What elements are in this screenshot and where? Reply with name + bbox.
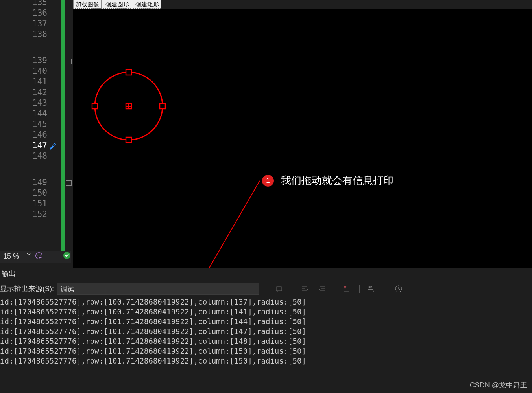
palette-icon[interactable] [35,252,43,262]
load-image-button[interactable]: 加载图像 [73,0,102,9]
line-number: 148 [0,151,47,162]
output-source-value: 调试 [61,285,74,294]
line-number [0,40,47,51]
app-toolbar: 加载图像 创建圆形 创建矩形 [73,0,161,9]
roi-circle[interactable] [92,70,165,143]
line-number: 150 [0,188,47,199]
line-number: 149 [0,178,47,188]
line-number: 151 [0,199,47,209]
clear-icon[interactable] [343,285,351,293]
divider [334,285,334,293]
word-wrap-icon[interactable]: ab [368,285,377,293]
divider [386,285,386,293]
output-source-select[interactable]: 调试 [57,283,259,295]
line-gutter: 1351361371381391401411421431441451461471… [0,0,71,251]
divider [292,285,292,293]
line-number: 146 [0,130,47,141]
output-panel: 输出 显示输出来源(S): 调试 ab id:[1704865527776],r… [0,268,532,378]
zoom-level[interactable]: 15 % [0,251,22,262]
line-number: 144 [0,109,47,119]
line-number: 142 [0,88,47,98]
output-log[interactable]: id:[1704865527776],row:[100.714286804199… [0,297,306,366]
roi-handle[interactable] [126,70,131,75]
indent-right-icon[interactable] [317,285,325,293]
divider [266,285,266,293]
chevron-down-icon [251,286,255,291]
output-source-label: 显示输出来源(S): [0,284,54,294]
roi-handle[interactable] [160,103,165,109]
indent-left-icon[interactable] [301,285,308,293]
fold-marker[interactable] [66,180,72,186]
svg-text:ab: ab [368,285,372,289]
create-rect-button[interactable]: 创建矩形 [133,0,161,9]
image-canvas[interactable]: 1 我们拖动就会有信息打印 [73,9,532,268]
annotation-text: 我们拖动就会有信息打印 [281,174,393,187]
line-number [0,162,47,173]
watermark: CSDN @龙中舞王 [470,380,527,390]
annotation-badge: 1 [262,175,274,187]
output-toolbar: 显示输出来源(S): 调试 ab [0,282,532,296]
annotation-callout: 1 我们拖动就会有信息打印 [262,174,393,187]
svg-point-0 [37,255,38,255]
svg-point-1 [39,253,39,254]
annotation-arrow [205,181,260,268]
svg-point-2 [40,255,41,255]
line-number: 143 [0,98,47,109]
change-strip [61,0,65,251]
line-number: 152 [0,209,47,220]
divider [359,285,360,293]
line-number: 141 [0,77,47,88]
line-number: 136 [0,8,47,19]
svg-rect-9 [276,287,282,291]
line-number: 137 [0,19,47,29]
roi-handle[interactable] [92,103,98,109]
screwdriver-icon[interactable] [48,141,57,150]
line-number: 138 [0,29,47,40]
line-number: 145 [0,119,47,130]
svg-line-7 [208,181,260,268]
dropdown-icon[interactable] [26,252,31,259]
check-icon [63,252,71,261]
create-circle-button[interactable]: 创建圆形 [103,0,131,9]
line-number: 139 [0,56,47,66]
find-icon[interactable] [275,285,283,293]
fold-marker[interactable] [66,59,72,64]
clock-icon[interactable] [395,285,403,293]
canvas-svg [73,9,532,268]
line-number: 147 [0,141,47,151]
roi-handle[interactable] [126,137,131,143]
line-number: 140 [0,66,47,77]
output-title: 输出 [0,268,17,279]
line-number: 135 [0,0,47,8]
